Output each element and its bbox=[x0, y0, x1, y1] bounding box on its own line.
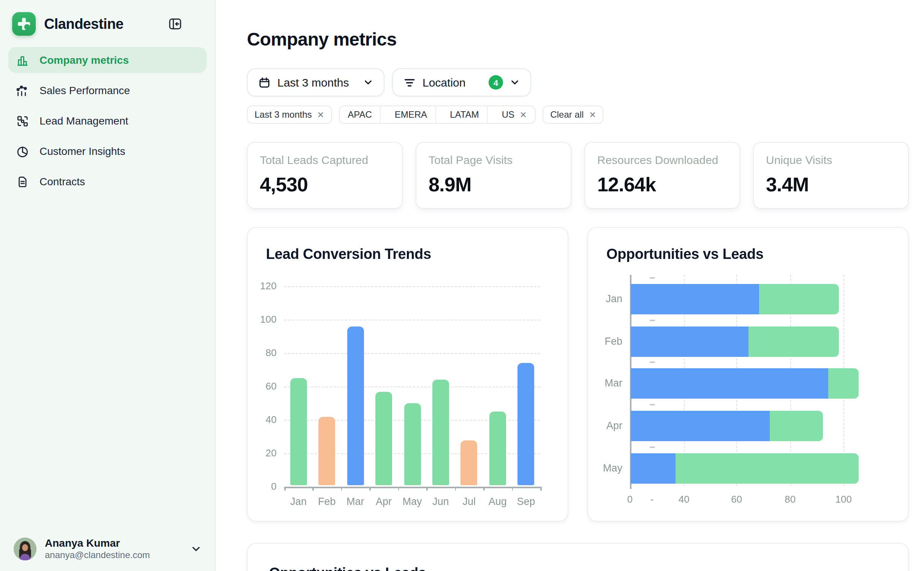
y-axis-tick-label: Jan bbox=[588, 293, 622, 304]
bar-jan bbox=[290, 378, 307, 485]
gridline bbox=[284, 320, 540, 320]
x-axis-tick bbox=[341, 487, 342, 491]
sidebar-item-label: Sales Performance bbox=[40, 84, 130, 96]
bar-jun bbox=[432, 380, 449, 485]
stat-card-total-leads-captured: Total Leads Captured4,530 bbox=[247, 142, 403, 209]
brand-row: Clandestine bbox=[8, 11, 207, 36]
stat-value: 8.9M bbox=[429, 173, 559, 197]
sidebar-item-customer-insights[interactable]: Customer Insights bbox=[8, 138, 207, 164]
stat-label: Resources Downloaded bbox=[597, 153, 727, 166]
x-axis-tick bbox=[398, 487, 399, 491]
location-chip-us[interactable]: US✕ bbox=[494, 106, 535, 124]
opportunities-vs-leads-card: Opportunities vs Leads 0-406080100JanFeb… bbox=[587, 227, 909, 522]
y-axis-tick-label: 20 bbox=[248, 447, 277, 459]
clear-all-label: Clear all bbox=[550, 109, 584, 120]
gridline bbox=[284, 353, 540, 354]
sidebar-item-contracts[interactable]: Contracts bbox=[8, 169, 207, 194]
x-axis-tick bbox=[426, 487, 427, 491]
bar-feb bbox=[318, 417, 335, 485]
lead-conversion-trends-card: Lead Conversion Trends 020406080100120Ja… bbox=[247, 227, 568, 522]
calendar-icon bbox=[258, 76, 271, 88]
bar-mar-leads bbox=[828, 369, 859, 399]
opportunities-stacked-bar-chart: 0-406080100JanFebMarAprMay bbox=[588, 228, 908, 521]
stat-cards-row: Total Leads Captured4,530Total Page Visi… bbox=[247, 142, 910, 209]
filter-chip-date[interactable]: Last 3 months ✕ bbox=[247, 106, 332, 124]
location-filter-button[interactable]: Location 4 bbox=[392, 68, 531, 96]
x-axis-line bbox=[284, 487, 540, 488]
bar-apr-opportunities bbox=[631, 411, 769, 441]
bar-jan-opportunities bbox=[631, 284, 759, 314]
date-range-button[interactable]: Last 3 months bbox=[247, 68, 384, 96]
minor-tick bbox=[650, 446, 655, 448]
location-chip-label: APAC bbox=[348, 109, 372, 120]
bar-jul bbox=[461, 440, 478, 485]
x-axis-tick-label: 80 bbox=[777, 494, 804, 505]
main-content: Company metrics Last 3 months Location 4 bbox=[216, 0, 924, 571]
x-axis-tick bbox=[483, 487, 484, 491]
location-chip-apac[interactable]: APAC bbox=[339, 106, 381, 124]
app-root: Clandestine Company metricsSales Perform… bbox=[0, 0, 924, 571]
chevron-down-icon bbox=[510, 77, 520, 87]
bar-feb-opportunities bbox=[631, 326, 748, 356]
remove-filter-icon[interactable]: ✕ bbox=[520, 110, 527, 119]
location-chip-group: APACEMERALATAMUS✕ bbox=[339, 106, 536, 124]
x-axis-tick bbox=[313, 487, 314, 491]
sidebar: Clandestine Company metricsSales Perform… bbox=[0, 0, 216, 571]
sidebar-item-label: Company metrics bbox=[40, 54, 129, 66]
filter-bar: Last 3 months Location 4 bbox=[247, 68, 910, 96]
x-axis-tick-label: Apr bbox=[370, 496, 398, 507]
filter-chip-date-label: Last 3 months bbox=[255, 109, 312, 120]
chevron-down-icon bbox=[191, 544, 201, 555]
x-axis-tick-label: Jan bbox=[284, 496, 313, 507]
bar-mar-opportunities bbox=[631, 369, 828, 399]
brand-logo-icon bbox=[12, 12, 36, 36]
stat-card-resources-downloaded: Resources Downloaded12.64k bbox=[584, 142, 740, 209]
location-chip-latam[interactable]: LATAM bbox=[441, 106, 488, 124]
clear-all-icon[interactable]: ✕ bbox=[589, 110, 596, 119]
stat-card-unique-visits: Unique Visits3.4M bbox=[753, 142, 909, 209]
qr-grid-icon bbox=[16, 114, 29, 127]
bar-jan-leads bbox=[759, 284, 839, 314]
x-axis-tick-label: Jul bbox=[455, 496, 483, 507]
active-filter-chips: Last 3 months ✕ APACEMERALATAMUS✕ Clear … bbox=[247, 106, 910, 124]
sidebar-item-company-metrics[interactable]: Company metrics bbox=[8, 47, 207, 73]
minor-tick bbox=[650, 319, 655, 321]
location-count-badge: 4 bbox=[489, 75, 503, 90]
minor-tick bbox=[650, 404, 655, 405]
bar-mar bbox=[347, 327, 364, 485]
bar-feb-leads bbox=[748, 326, 839, 356]
bar-apr-leads bbox=[769, 411, 823, 441]
y-axis-tick-label: 0 bbox=[248, 481, 277, 492]
page-title: Company metrics bbox=[247, 29, 910, 50]
y-axis-tick-label: 40 bbox=[248, 414, 277, 425]
charts-row: Lead Conversion Trends 020406080100120Ja… bbox=[247, 227, 910, 522]
y-axis-tick-label: Apr bbox=[588, 420, 622, 431]
stat-value: 4,530 bbox=[260, 173, 390, 197]
y-axis-tick-label: Mar bbox=[588, 378, 622, 389]
x-axis-tick-label: Mar bbox=[341, 496, 370, 507]
avatar bbox=[14, 538, 36, 561]
sidebar-item-lead-management[interactable]: Lead Management bbox=[8, 108, 207, 134]
brand-name: Clandestine bbox=[44, 16, 160, 32]
chevron-down-icon bbox=[363, 77, 373, 87]
collapse-sidebar-button[interactable] bbox=[168, 17, 182, 31]
document-icon bbox=[16, 175, 29, 188]
stat-label: Unique Visits bbox=[766, 153, 896, 166]
profile-menu[interactable]: Ananya Kumar ananya@clandestine.com bbox=[8, 537, 207, 562]
gridline bbox=[284, 386, 540, 387]
x-axis-tick bbox=[370, 487, 371, 491]
y-axis-tick-label: 80 bbox=[248, 347, 277, 358]
clear-all-chip[interactable]: Clear all ✕ bbox=[543, 106, 603, 124]
x-axis-tick bbox=[455, 487, 456, 491]
profile-name: Ananya Kumar bbox=[45, 537, 182, 550]
gridline bbox=[284, 286, 540, 287]
trend-icon bbox=[16, 84, 29, 97]
location-chip-emera[interactable]: EMERA bbox=[386, 106, 436, 124]
lead-conversion-bar-chart: 020406080100120JanFebMarAprMayJunJulAugS… bbox=[248, 228, 568, 521]
location-chip-label: US bbox=[502, 109, 514, 120]
sidebar-item-sales-performance[interactable]: Sales Performance bbox=[8, 77, 207, 103]
sidebar-item-label: Lead Management bbox=[40, 115, 128, 127]
location-chip-label: EMERA bbox=[395, 109, 427, 120]
remove-filter-icon[interactable]: ✕ bbox=[317, 110, 324, 119]
x-axis-tick-label: May bbox=[398, 496, 427, 507]
